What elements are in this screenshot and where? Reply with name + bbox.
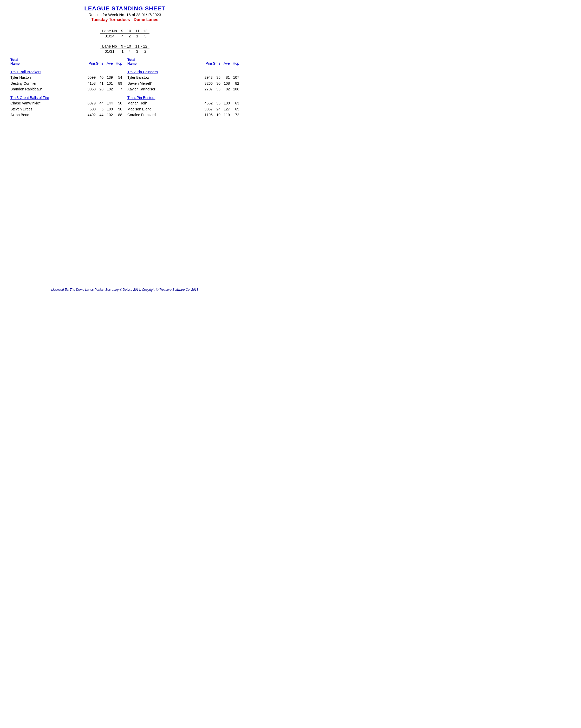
table-row: Chase VanWinkle*63794414450 (10, 100, 122, 106)
right-ave-header: Ave (221, 61, 230, 66)
left-col-header: Total Name Pins Gms Ave Hcp (10, 58, 122, 66)
left-name-label: Name (10, 61, 85, 66)
player-hcp: 88 (113, 112, 122, 118)
player-hcp: 107 (230, 75, 239, 80)
lane-val2a: 1 (119, 49, 126, 54)
lane-val1a: 4 (119, 33, 126, 39)
lane-section: Lane No 9 - 10 11 - 12 01/24 4 2 1 3 Lan… (8, 27, 242, 55)
player-name: Brandon Rabideau* (10, 86, 85, 92)
player-pins: 3057 (202, 106, 213, 112)
player-gms: 33 (213, 86, 221, 92)
team-block: Tm 2 Pin CrushersTyler Barstow2943368110… (127, 70, 239, 92)
lane-date-2: 01/31 (100, 49, 119, 54)
team-block: Tm 3 Great Balls of FireChase VanWinkle*… (10, 96, 122, 118)
lane-col1-header-1: 9 - 10 (119, 28, 133, 33)
player-name: Steven Drees (10, 106, 85, 112)
footer: Licensed To: The Dome Lanes Perfect Secr… (0, 288, 250, 291)
table-row: Tyler Barstow29433681107 (127, 75, 239, 80)
player-name: Xavier Kartheiser (127, 86, 202, 92)
player-gms: 6 (96, 106, 103, 112)
player-hcp: 72 (230, 112, 239, 118)
right-pins-header: Pins (202, 61, 213, 66)
right-total-label: Total (127, 58, 202, 61)
lane-val1c: 1 (133, 33, 141, 39)
player-hcp: 90 (113, 106, 122, 112)
table-row: Axton Beno44924410288 (10, 112, 122, 118)
right-gms-header: Gms (213, 61, 221, 66)
player-pins: 2707 (202, 86, 213, 92)
right-hcp-header: Hcp (230, 61, 239, 66)
player-pins: 4562 (202, 100, 213, 106)
player-hcp: 50 (113, 100, 122, 106)
player-gms: 44 (96, 100, 103, 106)
player-hcp: 7 (113, 86, 122, 92)
team-name: Tm 4 Pin Busters (127, 96, 239, 100)
player-ave: 127 (221, 106, 230, 112)
player-pins: 4492 (85, 112, 96, 118)
player-hcp: 65 (230, 106, 239, 112)
table-row: Mariah Heil*45623513063 (127, 100, 239, 106)
player-name: Destiny Cormier (10, 81, 85, 86)
player-name: Axton Beno (10, 112, 85, 118)
lane-col2-header-1: 11 - 12 (133, 28, 150, 33)
player-gms: 36 (213, 75, 221, 80)
team-block: Tm 4 Pin BustersMariah Heil*45623513063M… (127, 96, 239, 118)
lane-label-1: Lane No (100, 28, 119, 33)
table-row: Destiny Cormier41534110189 (10, 81, 122, 86)
player-hcp: 82 (230, 81, 239, 86)
right-teams: Tm 2 Pin CrushersTyler Barstow2943368110… (127, 70, 239, 118)
right-half: Total Name Pins Gms Ave Hcp Tm 2 Pin Cru… (125, 58, 242, 118)
player-ave: 130 (221, 100, 230, 106)
lane-val1d: 3 (142, 33, 150, 39)
player-name: Mariah Heil* (127, 100, 202, 106)
player-name: Tyler Barstow (127, 75, 202, 80)
lane-col1-header-2: 9 - 10 (119, 44, 133, 49)
lane-val2b: 4 (126, 49, 133, 54)
player-pins: 3853 (85, 86, 96, 92)
left-gms-header: Gms (96, 61, 103, 66)
team-name: Tm 1 Ball Breakers (10, 70, 122, 74)
player-gms: 41 (96, 81, 103, 86)
table-row: Steven Drees600610090 (10, 106, 122, 112)
player-ave: 100 (103, 106, 113, 112)
player-ave: 102 (103, 112, 113, 118)
lane-val2c: 3 (133, 49, 141, 54)
player-name: Davien Merrell* (127, 81, 202, 86)
player-pins: 3266 (202, 81, 213, 86)
lane-table-2: Lane No 9 - 10 11 - 12 01/31 1 4 3 2 (100, 44, 150, 54)
player-pins: 2943 (202, 75, 213, 80)
player-gms: 24 (213, 106, 221, 112)
left-half: Total Name Pins Gms Ave Hcp Tm 1 Ball Br… (8, 58, 125, 118)
player-hcp: 106 (230, 86, 239, 92)
left-teams: Tm 1 Ball BreakersTyler Huston5599401395… (10, 70, 122, 118)
player-gms: 30 (213, 81, 221, 86)
player-pins: 5599 (85, 75, 96, 80)
right-col-header: Total Name Pins Gms Ave Hcp (127, 58, 239, 66)
player-gms: 10 (213, 112, 221, 118)
player-ave: 82 (221, 86, 230, 92)
left-ave-header: Ave (103, 61, 113, 66)
player-pins: 4153 (85, 81, 96, 86)
right-name-label: Name (127, 61, 202, 66)
lane-col2-header-2: 11 - 12 (133, 44, 150, 49)
subtitle: Results for Week No. 16 of 28 01/17/2023 (8, 12, 242, 17)
main-content: Total Name Pins Gms Ave Hcp Tm 1 Ball Br… (8, 58, 242, 118)
player-ave: 144 (103, 100, 113, 106)
lane-date-1: 01/24 (100, 33, 119, 39)
player-name: Tyler Huston (10, 75, 85, 80)
table-row: Davien Merrell*32663010882 (127, 81, 239, 86)
player-pins: 1195 (202, 112, 213, 118)
player-ave: 192 (103, 86, 113, 92)
player-name: Coralee Frankard (127, 112, 202, 118)
player-hcp: 63 (230, 100, 239, 106)
player-hcp: 89 (113, 81, 122, 86)
player-ave: 81 (221, 75, 230, 80)
main-title: LEAGUE STANDING SHEET (8, 5, 242, 12)
table-row: Brandon Rabideau*3853201927 (10, 86, 122, 92)
lane-label-2: Lane No (100, 44, 119, 49)
player-ave: 101 (103, 81, 113, 86)
player-pins: 600 (85, 106, 96, 112)
team-block: Tm 1 Ball BreakersTyler Huston5599401395… (10, 70, 122, 92)
table-row: Xavier Kartheiser27073382106 (127, 86, 239, 92)
player-hcp: 54 (113, 75, 122, 80)
